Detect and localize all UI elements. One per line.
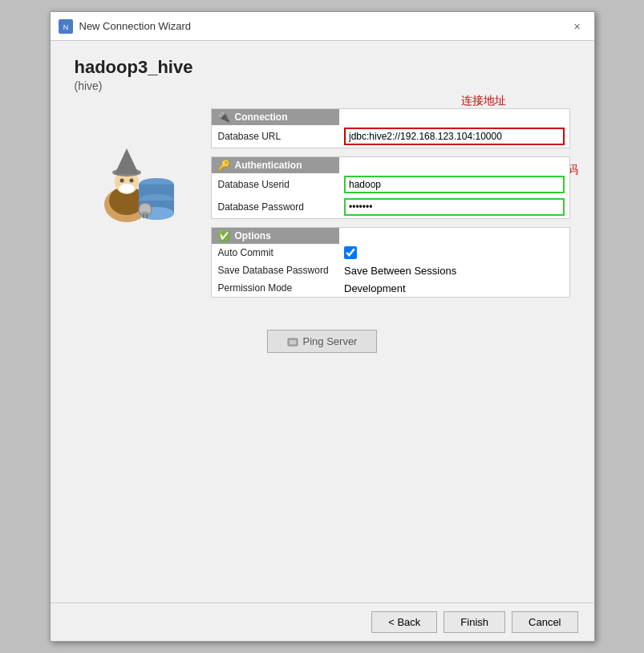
auto-commit-checkbox[interactable] bbox=[344, 246, 357, 259]
window-icon: N bbox=[59, 19, 73, 34]
save-password-value: Save Between Sessions bbox=[339, 262, 569, 279]
options-header-icon: ✅ bbox=[218, 230, 230, 241]
svg-rect-17 bbox=[143, 214, 144, 218]
annotation-connection: 连接地址 bbox=[461, 94, 506, 108]
svg-point-8 bbox=[129, 179, 133, 183]
connection-header-icon: 🔌 bbox=[218, 112, 230, 123]
back-button[interactable]: < Back bbox=[371, 611, 437, 633]
connection-table: 🔌 Connection Database URL bbox=[211, 108, 570, 148]
svg-point-9 bbox=[119, 184, 135, 193]
title-bar-left: N New Connection Wizard bbox=[59, 19, 191, 34]
options-header-row: ✅ Options bbox=[211, 228, 569, 245]
authentication-header-row: 🔑 Authentication bbox=[211, 157, 569, 174]
ping-label: Ping Server bbox=[303, 335, 358, 347]
connection-header-row: 🔌 Connection bbox=[211, 109, 569, 126]
permission-mode-value: Development bbox=[339, 279, 569, 298]
auto-commit-cell bbox=[339, 244, 569, 262]
save-password-label: Save Database Password bbox=[211, 262, 339, 279]
database-userid-input[interactable] bbox=[344, 176, 565, 193]
database-password-row: Database Password bbox=[211, 196, 569, 219]
ping-server-button[interactable]: Ping Server bbox=[267, 330, 378, 353]
auto-commit-row: Auto Commit bbox=[211, 244, 569, 262]
close-button[interactable]: × bbox=[569, 18, 586, 35]
main-area: 连接地址 🔌 Connection Database URL bbox=[75, 108, 570, 306]
dialog-content: hadoop3_hive (hive) bbox=[51, 41, 594, 602]
window-title: New Connection Wizard bbox=[79, 20, 191, 32]
permission-mode-row: Permission Mode Development bbox=[211, 279, 569, 298]
connection-section-header: 🔌 Connection bbox=[212, 109, 340, 125]
connection-header-label: Connection bbox=[235, 112, 288, 123]
auth-header-label: Authentication bbox=[235, 160, 302, 171]
svg-point-7 bbox=[119, 179, 124, 183]
svg-rect-20 bbox=[290, 340, 296, 344]
dialog-footer: < Back Finish Cancel bbox=[51, 602, 594, 641]
dialog-window: N New Connection Wizard × hadoop3_hive (… bbox=[50, 11, 595, 642]
authentication-table: 🔑 Authentication Database Userid Databas… bbox=[211, 156, 570, 219]
form-area: 连接地址 🔌 Connection Database URL bbox=[211, 108, 570, 306]
connection-section: 连接地址 🔌 Connection Database URL bbox=[211, 108, 570, 148]
database-url-row: Database URL bbox=[211, 125, 569, 148]
page-title: hadoop3_hive bbox=[75, 57, 570, 78]
database-url-cell bbox=[339, 125, 569, 148]
options-header-label: Options bbox=[235, 230, 271, 241]
ping-area: Ping Server bbox=[75, 330, 570, 353]
svg-marker-6 bbox=[115, 148, 139, 174]
finish-button[interactable]: Finish bbox=[444, 611, 505, 633]
auto-commit-checkbox-wrap bbox=[344, 246, 565, 259]
svg-text:N: N bbox=[63, 23, 68, 31]
permission-mode-label: Permission Mode bbox=[211, 279, 339, 298]
database-password-input[interactable] bbox=[344, 198, 565, 216]
wizard-illustration bbox=[83, 124, 187, 229]
save-password-row: Save Database Password Save Between Sess… bbox=[211, 262, 569, 279]
database-password-label: Database Password bbox=[211, 196, 339, 219]
database-url-label: Database URL bbox=[211, 125, 339, 148]
options-table: ✅ Options Auto Commit bbox=[211, 227, 570, 298]
database-url-input[interactable] bbox=[344, 128, 565, 145]
svg-rect-18 bbox=[146, 214, 148, 218]
options-section-header: ✅ Options bbox=[212, 228, 340, 244]
database-userid-cell bbox=[339, 173, 569, 196]
database-userid-row: Database Userid bbox=[211, 173, 569, 196]
authentication-section: 用户名密码 🔑 Authentication Database Userid bbox=[211, 156, 570, 219]
auto-commit-label: Auto Commit bbox=[211, 244, 339, 262]
svg-point-21 bbox=[291, 344, 294, 347]
ping-icon bbox=[287, 336, 298, 347]
page-subtitle: (hive) bbox=[75, 79, 570, 92]
options-section: ✅ Options Auto Commit bbox=[211, 227, 570, 298]
auth-section-header: 🔑 Authentication bbox=[212, 157, 340, 173]
auth-header-icon: 🔑 bbox=[218, 160, 230, 171]
left-icon-area bbox=[75, 108, 195, 306]
database-password-cell bbox=[339, 196, 569, 219]
cancel-button[interactable]: Cancel bbox=[512, 611, 577, 633]
title-bar: N New Connection Wizard × bbox=[51, 12, 594, 41]
database-userid-label: Database Userid bbox=[211, 173, 339, 196]
